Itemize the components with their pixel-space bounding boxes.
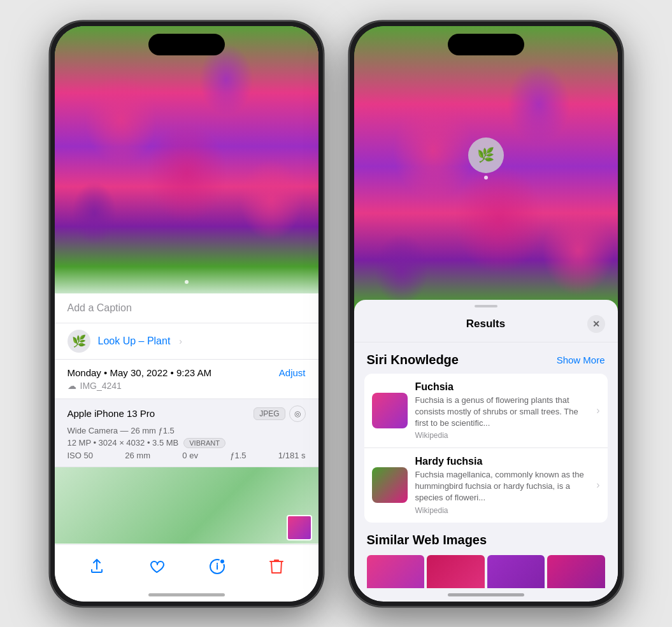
aperture-value: ƒ1.5 bbox=[230, 451, 246, 460]
metadata-row: Monday • May 30, 2022 • 9:23 AM Adjust ☁… bbox=[55, 360, 318, 399]
siri-knowledge-title: Siri Knowledge bbox=[367, 353, 459, 367]
flower-photo[interactable] bbox=[55, 26, 318, 293]
heart-button[interactable] bbox=[148, 559, 165, 574]
trash-button[interactable] bbox=[269, 558, 283, 575]
hardy-chevron-icon: › bbox=[596, 479, 599, 491]
exif-row: ISO 50 26 mm 0 ev ƒ1.5 1/181 s bbox=[68, 451, 306, 460]
vibrant-badge: VIBRANT bbox=[183, 438, 225, 448]
camera-info: Apple iPhone 13 Pro JPEG ◎ Wide Camera —… bbox=[55, 399, 318, 467]
lookup-row[interactable]: 🌿 Look Up – Plant › bbox=[55, 323, 318, 360]
camera-model: Apple iPhone 13 Pro bbox=[68, 408, 155, 419]
fuchsia-text: Fuchsia Fuchsia is a genus of flowering … bbox=[415, 381, 589, 440]
knowledge-item-hardy-fuchsia[interactable]: Hardy fuchsia Fuchsia magellanica, commo… bbox=[364, 447, 608, 523]
close-button[interactable]: ✕ bbox=[587, 315, 605, 333]
home-indicator bbox=[148, 593, 225, 596]
cloud-icon: ☁ bbox=[68, 381, 76, 391]
lookup-text: Look Up – Plant bbox=[98, 335, 171, 347]
left-phone: Add a Caption 🌿 Look Up – Plant › Monday bbox=[50, 21, 324, 607]
hardy-fuchsia-source: Wikipedia bbox=[415, 506, 589, 515]
results-panel: Results ✕ Siri Knowledge Show More bbox=[354, 300, 618, 602]
hardy-fuchsia-thumbnail bbox=[372, 467, 408, 503]
show-more-button[interactable]: Show More bbox=[557, 355, 605, 365]
similar-image-4[interactable] bbox=[547, 555, 605, 588]
jpeg-badge: JPEG bbox=[254, 407, 285, 420]
hardy-fuchsia-name: Hardy fuchsia bbox=[415, 456, 589, 467]
iso-value: ISO 50 bbox=[68, 451, 93, 460]
fuchsia-thumbnail bbox=[372, 393, 408, 428]
home-indicator-right bbox=[448, 593, 524, 596]
similar-images-grid bbox=[367, 555, 605, 588]
map-area[interactable] bbox=[55, 467, 318, 544]
similar-image-2[interactable] bbox=[427, 555, 485, 588]
right-phone: 🌿 Results ✕ bbox=[349, 21, 623, 607]
fuchsia-chevron-icon: › bbox=[596, 405, 599, 416]
caption-placeholder[interactable]: Add a Caption bbox=[68, 302, 132, 313]
fuchsia-desc: Fuchsia is a genus of flowering plants t… bbox=[415, 395, 589, 430]
info-badge bbox=[219, 558, 225, 565]
specs-text: 12 MP • 3024 × 4032 • 3.5 MB bbox=[68, 438, 179, 447]
results-title: Results bbox=[385, 318, 587, 330]
share-button[interactable] bbox=[89, 559, 104, 574]
similar-image-1[interactable] bbox=[367, 555, 425, 588]
drag-handle[interactable] bbox=[475, 305, 497, 307]
location-badge: ◎ bbox=[289, 405, 306, 422]
adjust-button[interactable]: Adjust bbox=[279, 367, 306, 378]
wide-camera-text: Wide Camera — 26 mm ƒ1.5 bbox=[68, 426, 306, 435]
lookup-icon: 🌿 bbox=[68, 330, 90, 353]
fuchsia-name: Fuchsia bbox=[415, 381, 589, 393]
results-content[interactable]: Siri Knowledge Show More Fu bbox=[354, 342, 618, 588]
ev-value: 0 ev bbox=[182, 451, 198, 460]
flower-photo-right: 🌿 bbox=[354, 26, 618, 338]
knowledge-card: Fuchsia Fuchsia is a genus of flowering … bbox=[364, 374, 608, 523]
results-header: Results ✕ bbox=[354, 315, 618, 342]
similar-web-images-section: Similar Web Images bbox=[354, 523, 618, 588]
lookup-subject: Plant bbox=[144, 335, 170, 346]
siri-lookup-button[interactable]: 🌿 bbox=[468, 137, 504, 173]
similar-web-images-title: Similar Web Images bbox=[367, 533, 605, 547]
filename: IMG_4241 bbox=[80, 381, 122, 391]
photo-pagination-dot bbox=[185, 280, 189, 284]
caption-row[interactable]: Add a Caption bbox=[55, 293, 318, 323]
fuchsia-source: Wikipedia bbox=[415, 431, 589, 440]
info-button[interactable] bbox=[209, 558, 225, 575]
hardy-fuchsia-desc: Fuchsia magellanica, commonly known as t… bbox=[415, 469, 589, 504]
dynamic-island bbox=[148, 34, 225, 55]
knowledge-item-fuchsia[interactable]: Fuchsia Fuchsia is a genus of flowering … bbox=[364, 374, 608, 448]
similar-image-3[interactable] bbox=[487, 555, 545, 588]
lookup-label: Look Up – bbox=[98, 335, 145, 346]
dynamic-island-right bbox=[448, 34, 524, 55]
info-panel: Add a Caption 🌿 Look Up – Plant › Monday bbox=[55, 293, 318, 544]
focal-length: 26 mm bbox=[125, 451, 150, 460]
siri-dot bbox=[484, 176, 488, 180]
siri-knowledge-section-header: Siri Knowledge Show More bbox=[354, 342, 618, 374]
date-text: Monday • May 30, 2022 • 9:23 AM bbox=[68, 367, 211, 378]
hardy-fuchsia-text: Hardy fuchsia Fuchsia magellanica, commo… bbox=[415, 456, 589, 515]
shutter-speed: 1/181 s bbox=[278, 451, 306, 460]
lookup-chevron-icon: › bbox=[179, 336, 182, 346]
